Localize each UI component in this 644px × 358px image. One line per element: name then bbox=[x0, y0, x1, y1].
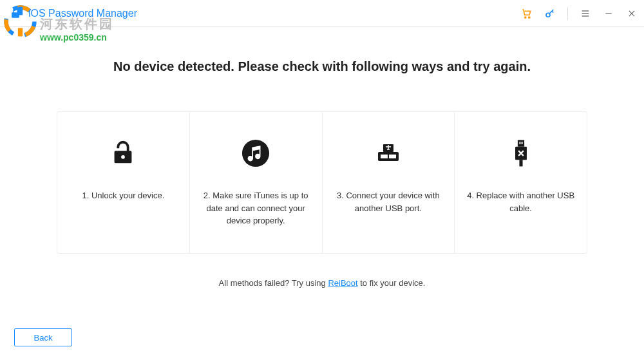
svg-point-13 bbox=[122, 155, 126, 159]
cart-icon[interactable] bbox=[521, 8, 533, 19]
key-icon[interactable] bbox=[544, 8, 556, 19]
app-title: iOS Password Manager bbox=[28, 8, 137, 19]
tip-card-usb-port: 3. Connect your device with another USB … bbox=[323, 112, 455, 253]
tip-card-usb-cable: 4. Replace with another USB cable. bbox=[455, 112, 587, 253]
footer-hint-suffix: to fix your device. bbox=[358, 278, 426, 288]
main-content: No device detected. Please check with fo… bbox=[0, 27, 644, 288]
tips-cards: 1. Unlock your device. 2. Make sure iTun… bbox=[57, 111, 587, 254]
svg-rect-22 bbox=[518, 140, 524, 147]
tip-card-itunes: 2. Make sure iTunes is up to date and ca… bbox=[190, 112, 323, 253]
page-headline: No device detected. Please check with fo… bbox=[57, 59, 587, 74]
app-icon bbox=[9, 7, 22, 20]
reiboot-link[interactable]: ReiBoot bbox=[328, 278, 357, 288]
titlebar-right bbox=[521, 7, 638, 20]
svg-point-4 bbox=[525, 16, 526, 17]
svg-point-14 bbox=[242, 140, 269, 167]
tip-card-unlock: 1. Unlock your device. bbox=[57, 112, 190, 253]
svg-rect-26 bbox=[519, 160, 522, 166]
titlebar: iOS Password Manager bbox=[0, 0, 644, 27]
svg-rect-17 bbox=[389, 155, 396, 158]
close-icon[interactable] bbox=[626, 8, 638, 19]
titlebar-divider bbox=[567, 7, 568, 20]
usb-port-icon bbox=[373, 138, 404, 169]
svg-rect-16 bbox=[381, 155, 388, 158]
tip-text: 4. Replace with another USB cable. bbox=[465, 189, 576, 214]
menu-icon[interactable] bbox=[580, 8, 591, 19]
svg-point-6 bbox=[546, 13, 550, 17]
lock-open-icon bbox=[108, 138, 138, 169]
itunes-icon bbox=[240, 138, 271, 169]
svg-rect-24 bbox=[521, 142, 522, 144]
tip-text: 3. Connect your device with another USB … bbox=[333, 189, 444, 214]
back-button[interactable]: Back bbox=[14, 328, 72, 346]
tip-text: 2. Make sure iTunes is up to date and ca… bbox=[200, 189, 312, 227]
footer-hint-prefix: All methods failed? Try using bbox=[219, 278, 328, 288]
footer-hint: All methods failed? Try using ReiBoot to… bbox=[57, 278, 587, 288]
svg-point-5 bbox=[529, 16, 530, 17]
tip-text: 1. Unlock your device. bbox=[82, 189, 164, 202]
minimize-icon[interactable] bbox=[603, 8, 614, 19]
titlebar-left: iOS Password Manager bbox=[9, 7, 137, 20]
usb-cable-icon bbox=[506, 138, 536, 169]
svg-rect-23 bbox=[519, 142, 520, 144]
